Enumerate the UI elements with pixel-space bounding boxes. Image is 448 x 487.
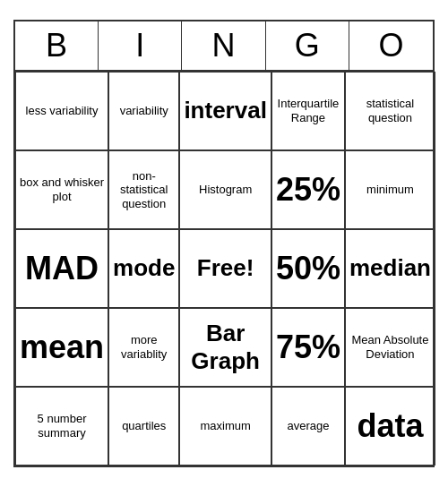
bingo-cell-20: 5 number summary xyxy=(15,387,108,466)
bingo-cell-13: 50% xyxy=(271,229,345,308)
bingo-cell-21: quartiles xyxy=(108,387,179,466)
bingo-cell-17: Bar Graph xyxy=(179,308,271,387)
bingo-cell-14: median xyxy=(345,229,435,308)
bingo-card: BINGO less variabilityvariabilityinterva… xyxy=(13,20,435,467)
bingo-cell-0: less variability xyxy=(15,72,108,150)
header-letter-B: B xyxy=(15,21,99,70)
bingo-cell-24: data xyxy=(345,387,435,466)
header-letter-N: N xyxy=(182,21,265,70)
bingo-cell-4: statistical question xyxy=(345,72,435,150)
bingo-cell-5: box and whisker plot xyxy=(15,150,108,229)
bingo-cell-6: non-statistical question xyxy=(108,150,179,229)
bingo-cell-9: minimum xyxy=(345,150,435,229)
bingo-cell-8: 25% xyxy=(271,150,345,229)
header-letter-O: O xyxy=(349,21,433,70)
bingo-cell-19: Mean Absolute Deviation xyxy=(345,308,435,387)
bingo-cell-3: Interquartile Range xyxy=(271,72,345,150)
bingo-cell-12: Free! xyxy=(179,229,271,308)
bingo-grid: less variabilityvariabilityintervalInter… xyxy=(15,72,433,466)
bingo-cell-23: average xyxy=(271,387,345,466)
bingo-cell-18: 75% xyxy=(271,308,345,387)
bingo-cell-16: more variablity xyxy=(108,308,179,387)
bingo-cell-2: interval xyxy=(179,72,271,150)
bingo-cell-10: MAD xyxy=(15,229,108,308)
bingo-header: BINGO xyxy=(15,21,433,72)
bingo-cell-22: maximum xyxy=(179,387,271,466)
bingo-cell-1: variability xyxy=(108,72,179,150)
bingo-cell-11: mode xyxy=(108,229,179,308)
header-letter-I: I xyxy=(99,21,182,70)
bingo-cell-15: mean xyxy=(15,308,108,387)
header-letter-G: G xyxy=(266,21,349,70)
bingo-cell-7: Histogram xyxy=(179,150,271,229)
